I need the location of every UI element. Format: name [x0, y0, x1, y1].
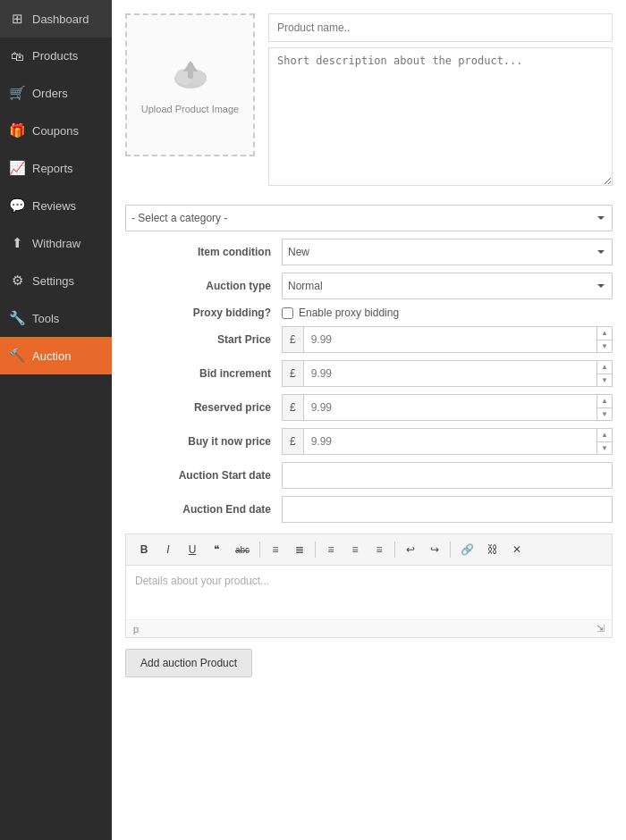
- upload-label: Upload Product Image: [141, 104, 239, 114]
- proxy-bidding-row: Proxy bidding? Enable proxy bidding: [125, 307, 613, 319]
- sidebar: ⊞ Dashboard 🛍 Products 🛒 Orders 🎁 Coupon…: [0, 0, 112, 840]
- toolbar-separator-2: [315, 542, 316, 558]
- auction-type-label: Auction type: [125, 280, 282, 292]
- remove-format-button[interactable]: ✕: [506, 539, 528, 560]
- unlink-button[interactable]: ⛓: [482, 539, 503, 560]
- editor-toolbar: B I U ❝ abc ≡ ≣ ≡ ≡ ≡ ↩ ↪ 🔗 ⛓ ✕: [126, 534, 612, 566]
- product-name-input[interactable]: [268, 13, 613, 42]
- start-price-currency: £: [283, 327, 304, 352]
- sidebar-item-withdraw[interactable]: ⬆ Withdraw: [0, 224, 112, 262]
- redo-button[interactable]: ↪: [424, 539, 445, 560]
- item-condition-control: New Used Refurbished: [282, 239, 613, 265]
- editor-placeholder: Details about your product...: [135, 575, 269, 587]
- auction-start-date-control: [282, 462, 613, 489]
- toolbar-separator-1: [259, 542, 260, 558]
- sidebar-item-label: Orders: [32, 87, 68, 100]
- coupons-icon: 🎁: [9, 122, 25, 139]
- buy-now-price-up[interactable]: ▲: [597, 429, 612, 442]
- products-icon: 🛍: [9, 48, 25, 63]
- buy-now-price-control: £ ▲ ▼: [282, 428, 613, 455]
- start-price-spinner: ▲ ▼: [596, 327, 612, 352]
- undo-button[interactable]: ↩: [400, 539, 421, 560]
- sidebar-item-products[interactable]: 🛍 Products: [0, 38, 112, 74]
- sidebar-item-dashboard[interactable]: ⊞ Dashboard: [0, 0, 112, 38]
- auction-end-date-row: Auction End date: [125, 496, 613, 523]
- bid-increment-spinner: ▲ ▼: [596, 361, 612, 386]
- bid-increment-input[interactable]: [304, 361, 596, 386]
- strikethrough-button[interactable]: abc: [230, 539, 255, 560]
- reserved-price-label: Reserved price: [125, 401, 282, 414]
- sidebar-item-label: Auction: [32, 349, 71, 363]
- reserved-price-input[interactable]: [304, 395, 596, 420]
- reserved-price-control: £ ▲ ▼: [282, 394, 613, 421]
- auction-start-date-label: Auction Start date: [125, 469, 282, 482]
- buy-now-price-input[interactable]: [304, 429, 596, 454]
- bid-increment-up[interactable]: ▲: [597, 361, 612, 374]
- start-price-control: £ ▲ ▼: [282, 326, 613, 353]
- bid-increment-row: Bid increment £ ▲ ▼: [125, 360, 613, 387]
- auction-end-date-control: [282, 496, 613, 523]
- reserved-price-down[interactable]: ▼: [597, 408, 612, 421]
- reserved-price-spinner: ▲ ▼: [596, 395, 612, 420]
- product-description-input[interactable]: [268, 47, 613, 186]
- dashboard-icon: ⊞: [9, 11, 25, 27]
- italic-button[interactable]: I: [157, 539, 179, 560]
- upload-cloud-icon: [168, 55, 213, 99]
- auction-type-control: Normal Reserve Buy Now: [282, 273, 613, 299]
- sidebar-item-reviews[interactable]: 💬 Reviews: [0, 187, 112, 224]
- bid-increment-currency: £: [283, 361, 304, 386]
- category-select[interactable]: - Select a category - Electronics Clothi…: [125, 205, 613, 231]
- editor-resize-handle[interactable]: ⇲: [596, 623, 605, 634]
- editor-section: B I U ❝ abc ≡ ≣ ≡ ≡ ≡ ↩ ↪ 🔗 ⛓ ✕ Details …: [125, 533, 613, 638]
- sidebar-item-orders[interactable]: 🛒 Orders: [0, 74, 112, 112]
- category-row: - Select a category - Electronics Clothi…: [125, 205, 613, 231]
- auction-type-row: Auction type Normal Reserve Buy Now: [125, 273, 613, 299]
- buy-now-price-currency: £: [283, 429, 304, 454]
- ul-button[interactable]: ≡: [265, 539, 286, 560]
- orders-icon: 🛒: [9, 85, 25, 101]
- sidebar-item-label: Products: [32, 49, 78, 63]
- buy-now-price-spinner: ▲ ▼: [596, 429, 612, 454]
- auction-start-date-row: Auction Start date: [125, 462, 613, 489]
- reviews-icon: 💬: [9, 197, 25, 214]
- align-left-button[interactable]: ≡: [320, 539, 342, 560]
- bold-button[interactable]: B: [133, 539, 155, 560]
- start-price-row: Start Price £ ▲ ▼: [125, 326, 613, 353]
- sidebar-item-label: Coupons: [32, 124, 79, 138]
- link-button[interactable]: 🔗: [455, 539, 479, 560]
- sidebar-item-reports[interactable]: 📈 Reports: [0, 149, 112, 187]
- sidebar-item-settings[interactable]: ⚙ Settings: [0, 262, 112, 299]
- buy-now-price-down[interactable]: ▼: [597, 442, 612, 455]
- tools-icon: 🔧: [9, 310, 25, 326]
- proxy-bidding-label: Proxy bidding?: [125, 307, 282, 319]
- align-center-button[interactable]: ≡: [344, 539, 366, 560]
- main-content: Upload Product Image - Select a category…: [112, 0, 626, 840]
- auction-type-select[interactable]: Normal Reserve Buy Now: [282, 273, 613, 299]
- reserved-price-up[interactable]: ▲: [597, 395, 612, 408]
- ol-button[interactable]: ≣: [289, 539, 310, 560]
- auction-end-date-input[interactable]: [282, 496, 613, 523]
- upload-area[interactable]: Upload Product Image: [125, 13, 255, 156]
- buy-now-price-field: £ ▲ ▼: [282, 428, 613, 455]
- sidebar-item-label: Dashboard: [32, 13, 89, 26]
- align-right-button[interactable]: ≡: [368, 539, 390, 560]
- toolbar-separator-3: [394, 542, 395, 558]
- blockquote-button[interactable]: ❝: [206, 539, 227, 560]
- underline-button[interactable]: U: [182, 539, 203, 560]
- start-price-input[interactable]: [304, 327, 596, 352]
- auction-start-date-input[interactable]: [282, 462, 613, 489]
- add-auction-product-button[interactable]: Add auction Product: [125, 649, 252, 677]
- start-price-down[interactable]: ▼: [597, 340, 612, 353]
- start-price-up[interactable]: ▲: [597, 327, 612, 340]
- settings-icon: ⚙: [9, 273, 25, 289]
- editor-body[interactable]: Details about your product...: [126, 566, 612, 619]
- buy-now-price-row: Buy it now price £ ▲ ▼: [125, 428, 613, 455]
- sidebar-item-coupons[interactable]: 🎁 Coupons: [0, 112, 112, 149]
- bid-increment-down[interactable]: ▼: [597, 374, 612, 387]
- item-condition-label: Item condition: [125, 246, 282, 258]
- editor-footer: p ⇲: [126, 619, 612, 637]
- item-condition-select[interactable]: New Used Refurbished: [282, 239, 613, 265]
- proxy-bidding-checkbox[interactable]: [282, 307, 293, 319]
- sidebar-item-auction[interactable]: 🔨 Auction: [0, 337, 112, 374]
- sidebar-item-tools[interactable]: 🔧 Tools: [0, 299, 112, 337]
